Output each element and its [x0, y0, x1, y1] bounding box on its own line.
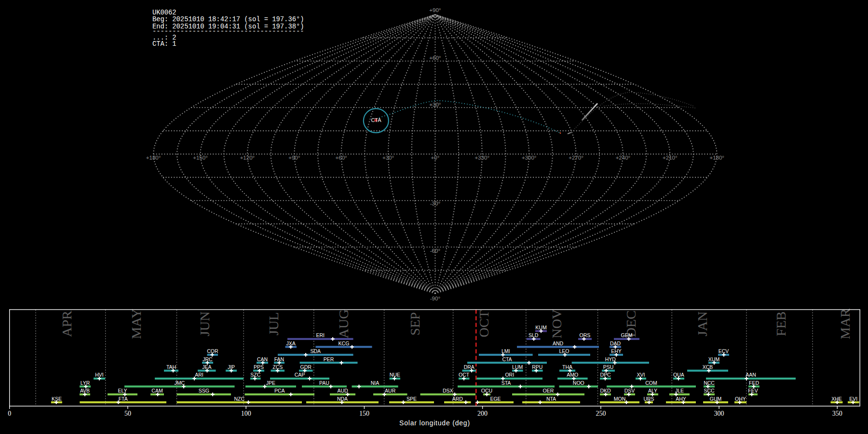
svg-text:+240°: +240° [616, 155, 631, 161]
svg-text:SLD: SLD [529, 332, 539, 338]
svg-text:XCB: XCB [703, 364, 713, 370]
svg-text:QUA: QUA [673, 372, 684, 378]
svg-text:NIA: NIA [371, 380, 380, 386]
svg-text:OCT: OCT [476, 311, 491, 338]
svg-text:ELY: ELY [118, 388, 127, 393]
svg-text:FTA: FTA [119, 396, 128, 402]
svg-text:CTA: 1: CTA: 1 [152, 41, 176, 48]
svg-text:SEP: SEP [407, 312, 422, 335]
svg-text:JUL: JUL [266, 312, 281, 335]
svg-text:50: 50 [124, 410, 131, 417]
svg-text:200: 200 [477, 410, 488, 417]
svg-text:JRC: JRC [203, 356, 213, 362]
svg-text:+120°: +120° [240, 155, 255, 161]
svg-text:+180°: +180° [709, 155, 724, 161]
svg-text:JAN: JAN [695, 312, 710, 336]
svg-text:MON: MON [614, 396, 626, 402]
svg-text:SSG: SSG [199, 388, 209, 393]
svg-text:150: 150 [359, 410, 369, 417]
svg-text:CAN: CAN [257, 356, 268, 362]
svg-text:NOO: NOO [573, 380, 584, 386]
svg-text:0: 0 [8, 410, 11, 417]
svg-text:Beg: 20251010 18:42:17 (sol =: Beg: 20251010 18:42:17 (sol = 197.36°) [152, 16, 304, 23]
svg-text:TAH: TAH [166, 364, 176, 370]
svg-text:OCT: OCT [459, 372, 470, 378]
svg-text:+30°: +30° [429, 102, 441, 108]
svg-text:+90°: +90° [429, 7, 441, 13]
svg-text:UK0062: UK0062 [152, 9, 176, 16]
svg-text:THA: THA [562, 364, 572, 370]
svg-text:AMO: AMO [567, 372, 578, 378]
svg-text:RPU: RPU [532, 364, 542, 370]
svg-text:ZCS: ZCS [272, 364, 283, 370]
svg-text:-90°: -90° [430, 296, 440, 301]
svg-text:CAM: CAM [151, 388, 163, 393]
svg-text:LMI: LMI [502, 348, 510, 354]
svg-text:NZC: NZC [234, 396, 244, 402]
svg-text:APR: APR [59, 311, 74, 337]
svg-text:JPE: JPE [266, 380, 275, 386]
svg-text:DSV: DSV [624, 388, 635, 393]
svg-text:FEB: FEB [773, 312, 788, 336]
svg-text:PSU: PSU [603, 364, 614, 370]
svg-text:CTA: CTA [371, 117, 381, 123]
svg-text:AAN: AAN [746, 372, 756, 378]
svg-text:ARI: ARI [195, 372, 203, 378]
svg-text:ERI: ERI [316, 332, 325, 338]
svg-text:JLE: JLE [675, 388, 684, 393]
svg-text:250: 250 [596, 410, 606, 417]
svg-text:ARD: ARD [452, 396, 463, 402]
svg-text:STA: STA [502, 380, 511, 386]
svg-text:-60°: -60° [430, 248, 440, 254]
svg-text:NCC: NCC [704, 380, 715, 386]
svg-text:ORI: ORI [505, 372, 514, 378]
svg-text:+150°: +150° [193, 155, 208, 161]
svg-text:+90°: +90° [288, 155, 300, 161]
svg-text:AHY: AHY [676, 396, 686, 402]
svg-text:+0°: +0° [431, 155, 440, 161]
svg-text:+60°: +60° [336, 155, 347, 161]
svg-text:FED: FED [749, 380, 759, 386]
svg-text:GEM: GEM [621, 332, 633, 338]
svg-text:100: 100 [241, 410, 251, 417]
svg-text:DPC: DPC [600, 372, 611, 378]
svg-text:XHE: XHE [831, 396, 842, 402]
svg-text:PER: PER [324, 356, 334, 362]
svg-text:JXA: JXA [286, 340, 296, 346]
svg-text:+30°: +30° [382, 155, 394, 161]
svg-text:PPS: PPS [254, 364, 264, 370]
svg-text:DAD: DAD [610, 340, 621, 346]
svg-text:CAP: CAP [295, 372, 305, 378]
svg-text:PAU: PAU [319, 380, 329, 386]
svg-text:JUN: JUN [197, 312, 212, 336]
svg-text:COM: COM [645, 380, 657, 386]
svg-text:NOV: NOV [549, 309, 564, 339]
svg-text:+180°: +180° [146, 155, 161, 161]
svg-text:DSX: DSX [443, 388, 453, 393]
svg-text:JEA: JEA [202, 364, 211, 370]
svg-text:JMC: JMC [174, 380, 185, 386]
svg-text:PCA: PCA [274, 388, 285, 393]
svg-text:NTA: NTA [546, 396, 556, 402]
svg-text:LYR: LYR [81, 380, 90, 386]
svg-text:SPE: SPE [407, 396, 417, 402]
svg-text:OHY: OHY [735, 396, 746, 402]
svg-text:GUM: GUM [710, 396, 722, 402]
svg-text:EGE: EGE [490, 396, 501, 402]
svg-text:KSE: KSE [52, 396, 62, 402]
svg-text:SCC: SCC [704, 388, 715, 393]
svg-text:FEV: FEV [748, 388, 758, 393]
svg-text:HVI: HVI [95, 372, 104, 378]
svg-text:EHY: EHY [611, 348, 622, 354]
svg-text:AVB: AVB [80, 388, 90, 393]
svg-text:OCU: OCU [481, 388, 492, 393]
svg-text:HYD: HYD [605, 356, 616, 362]
svg-text:CTA: CTA [502, 356, 512, 362]
svg-text:ALY: ALY [648, 388, 657, 393]
svg-text:LUM: LUM [512, 364, 523, 370]
svg-text:OER: OER [543, 388, 554, 393]
svg-text:DKD: DKD [600, 388, 611, 393]
svg-text:NDA: NDA [337, 396, 348, 402]
svg-text:XVI: XVI [637, 372, 645, 378]
svg-text:-30°: -30° [430, 201, 440, 206]
